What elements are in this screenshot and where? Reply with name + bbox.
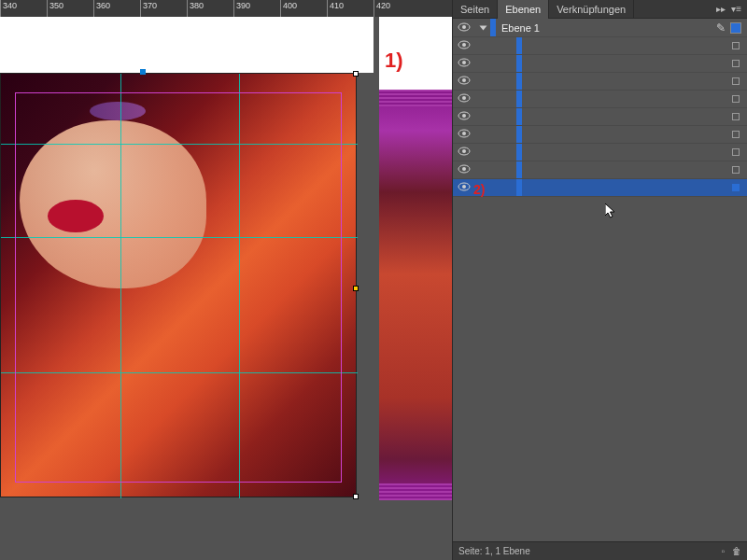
- chevron-down-icon: [479, 25, 486, 30]
- expand-panel-icon[interactable]: ▸▸: [716, 4, 726, 14]
- ruler-horizontal: 340 350 360 370 380 390 400 410 420: [0, 0, 452, 17]
- layer-color-bar: [516, 108, 522, 125]
- svg-point-13: [462, 132, 466, 135]
- eye-icon: [458, 129, 471, 138]
- svg-point-19: [462, 185, 466, 189]
- visibility-toggle[interactable]: [453, 182, 475, 193]
- ruler-tick: 380: [187, 0, 204, 17]
- svg-point-7: [462, 78, 466, 82]
- canvas-area: 340 350 360 370 380 390 400 410 420 1): [0, 0, 452, 560]
- selection-indicator[interactable]: [730, 22, 741, 34]
- layer-color-bar: [516, 161, 522, 178]
- selection-indicator[interactable]: [732, 60, 740, 67]
- tab-layers[interactable]: Ebenen: [498, 0, 549, 19]
- layer-items-list: [453, 37, 747, 197]
- layer-item[interactable]: [453, 37, 747, 55]
- ruler-tick: 340: [0, 0, 17, 17]
- layer-row[interactable]: Ebene 1 ✎: [453, 19, 747, 37]
- ruler-tick: 350: [47, 0, 63, 17]
- svg-point-3: [462, 43, 466, 47]
- ruler-tick: 360: [93, 0, 110, 17]
- selection-box[interactable]: [15, 92, 342, 483]
- eye-icon: [458, 93, 471, 103]
- layer-item[interactable]: [453, 179, 747, 197]
- eye-icon: [458, 182, 471, 191]
- visibility-toggle[interactable]: [453, 58, 475, 69]
- ruler-tick: 420: [374, 0, 390, 17]
- panel-status-bar: Seite: 1, 1 Ebene ▫ 🗑: [453, 541, 747, 560]
- panel-menu-icon[interactable]: ▾≡: [731, 4, 741, 14]
- eye-icon: [458, 76, 471, 85]
- selection-indicator[interactable]: [732, 42, 740, 49]
- eye-icon: [458, 164, 471, 174]
- ruler-tick: 370: [140, 0, 157, 17]
- svg-point-15: [462, 149, 466, 153]
- panel-tabs: Seiten Ebenen Verknüpfungen ▸▸ ▾≡: [453, 0, 747, 19]
- thumbnail-strip[interactable]: [379, 90, 452, 500]
- tab-pages[interactable]: Seiten: [453, 0, 498, 19]
- svg-point-9: [462, 96, 466, 100]
- selection-indicator[interactable]: [732, 131, 740, 138]
- layer-color-bar: [516, 179, 522, 196]
- delete-layer-icon[interactable]: 🗑: [732, 546, 741, 556]
- annotation-2: 2): [473, 182, 485, 197]
- svg-point-17: [462, 167, 466, 171]
- layer-color-bar: [516, 144, 522, 161]
- layer-name[interactable]: Ebene 1: [496, 22, 712, 34]
- visibility-toggle[interactable]: [453, 129, 475, 140]
- image-frame[interactable]: [0, 73, 357, 497]
- layer-item[interactable]: [453, 55, 747, 73]
- layers-panel: Seiten Ebenen Verknüpfungen ▸▸ ▾≡ Ebene …: [452, 0, 747, 560]
- resize-handle[interactable]: [353, 494, 359, 499]
- visibility-toggle[interactable]: [453, 111, 475, 122]
- layer-item[interactable]: [453, 161, 747, 179]
- visibility-toggle[interactable]: [453, 76, 475, 87]
- resize-handle[interactable]: [353, 71, 359, 77]
- layer-item[interactable]: [453, 144, 747, 161]
- svg-point-5: [462, 61, 466, 64]
- layer-item[interactable]: [453, 126, 747, 144]
- selection-indicator[interactable]: [732, 166, 740, 174]
- expand-toggle[interactable]: [475, 24, 490, 32]
- visibility-toggle[interactable]: [453, 22, 475, 34]
- ruler-tick: 410: [327, 0, 344, 17]
- visibility-toggle[interactable]: [453, 40, 475, 51]
- layer-item[interactable]: [453, 108, 747, 126]
- ruler-tick: 400: [280, 0, 297, 17]
- layer-color-bar: [516, 55, 522, 72]
- visibility-toggle[interactable]: [453, 93, 475, 105]
- visibility-toggle[interactable]: [453, 147, 475, 158]
- selection-indicator[interactable]: [732, 184, 740, 191]
- layer-color-bar: [516, 126, 522, 143]
- eye-icon: [458, 22, 471, 32]
- selection-indicator[interactable]: [732, 77, 740, 85]
- eye-icon: [458, 111, 471, 120]
- eye-icon: [458, 58, 471, 67]
- layer-color-bar: [516, 91, 522, 107]
- selection-indicator[interactable]: [732, 113, 740, 120]
- layer-color-bar: [516, 73, 522, 90]
- resize-handle[interactable]: [353, 286, 359, 291]
- svg-point-1: [462, 25, 466, 29]
- new-layer-icon[interactable]: ▫: [721, 546, 725, 556]
- layer-item[interactable]: [453, 91, 747, 108]
- eye-icon: [458, 40, 471, 49]
- ruler-tick: 390: [233, 0, 250, 17]
- eye-icon: [458, 147, 471, 156]
- svg-point-11: [462, 114, 466, 118]
- selection-indicator[interactable]: [732, 148, 740, 156]
- status-text: Seite: 1, 1 Ebene: [458, 546, 530, 556]
- layer-color-bar: [516, 37, 522, 54]
- page-background: [0, 17, 374, 73]
- pen-icon[interactable]: ✎: [712, 21, 730, 35]
- layer-item[interactable]: [453, 73, 747, 91]
- annotation-1: 1): [385, 49, 403, 73]
- selection-indicator[interactable]: [732, 95, 740, 103]
- visibility-toggle[interactable]: [453, 164, 475, 175]
- tab-links[interactable]: Verknüpfungen: [549, 0, 634, 19]
